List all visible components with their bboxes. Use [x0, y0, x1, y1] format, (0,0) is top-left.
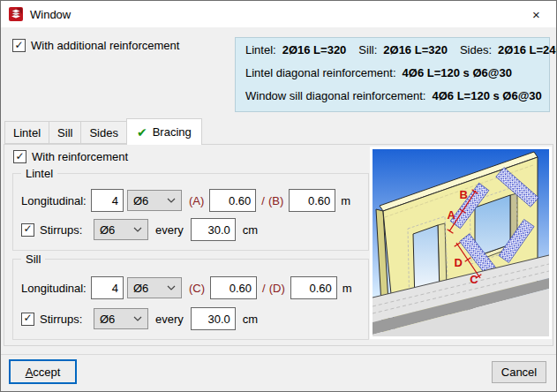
combobox-value: Ø6 [133, 194, 167, 207]
accept-rest: ccept [33, 366, 60, 379]
lintel-dim-a-input[interactable] [209, 189, 256, 212]
slash-separator: / [262, 282, 266, 295]
bracing-panel: ✓ With reinforcement Lintel Longitudinal… [4, 144, 553, 346]
illustration-label-d: D [455, 256, 463, 269]
summary-sides-label: Sides: [460, 43, 492, 57]
dim-c-label: (C) [189, 282, 205, 295]
checkbox-box[interactable]: ✓ [21, 313, 34, 326]
app-icon [9, 7, 23, 21]
titlebar: Window × [1, 1, 556, 27]
chevron-down-icon [133, 227, 142, 232]
stirrups-label: Stirrups: [40, 223, 82, 237]
lintel-diagonal-value: 4Ø6 L=120 s Ø6@30 [403, 66, 512, 79]
length-unit-label: m [341, 194, 350, 207]
lintel-stirrups-checkbox[interactable]: ✓ Stirrups: [21, 223, 94, 237]
checkmark-icon: ✓ [23, 313, 32, 323]
dim-a-label: (A) [189, 194, 204, 207]
checkbox-box[interactable]: ✓ [21, 223, 34, 237]
footer-bar: Accept Cancel [1, 354, 557, 392]
sill-bar-count-input[interactable] [91, 276, 124, 299]
checkmark-icon: ✓ [14, 40, 23, 50]
with-reinforcement-label: With reinforcement [32, 150, 128, 163]
accept-button[interactable]: Accept [9, 359, 77, 384]
lintel-diameter-combobox[interactable]: Ø6 [127, 190, 182, 211]
wall-illustration-svg: B A D C [373, 149, 549, 336]
chevron-down-icon [167, 198, 176, 203]
tab-sill[interactable]: Sill [49, 121, 81, 144]
reinforcement-summary-box: Lintel:2Ø16 L=320 Sill:2Ø16 L=320 Sides:… [235, 37, 550, 112]
lintel-group-title: Lintel [21, 167, 57, 180]
sill-longitudinal-row: Longitudinal: Ø6 (C) / (D) m [21, 276, 352, 299]
sill-diagonal-value: 4Ø6 L=120 s Ø6@30 [432, 89, 541, 102]
length-unit-label: m [342, 282, 352, 295]
spacing-unit-label: cm [243, 313, 258, 326]
close-button[interactable]: × [516, 1, 556, 27]
tab-bracing[interactable]: ✔ Bracing [126, 118, 202, 145]
tab-bracing-label: Bracing [153, 121, 192, 143]
summary-sill-value: 2Ø16 L=320 [383, 43, 448, 57]
illustration-label-b: B [460, 188, 468, 201]
checkmark-icon: ✓ [15, 151, 24, 162]
slash-separator: / [261, 194, 265, 207]
lintel-longitudinal-row: Longitudinal: Ø6 (A) / (B) m [21, 189, 350, 212]
every-label: every [155, 223, 184, 237]
sill-diameter-combobox[interactable]: Ø6 [127, 277, 182, 298]
tab-sides[interactable]: Sides [80, 121, 127, 144]
dim-d-label: (D) [269, 282, 285, 295]
sill-group: Sill Longitudinal: Ø6 (C) / (D) m ✓ Stir… [12, 259, 369, 340]
summary-sill-label: Sill: [358, 43, 377, 57]
sill-stirrups-row: ✓ Stirrups: Ø6 every cm [21, 307, 258, 330]
tab-lintel-label: Lintel [13, 126, 41, 139]
combobox-value: Ø6 [100, 313, 133, 326]
summary-lintel-label: Lintel: [245, 43, 276, 57]
lintel-diagonal-line: Lintel diagonal reinforcement: 4Ø6 L=120… [245, 66, 549, 89]
sill-dim-c-input[interactable] [210, 276, 257, 299]
lintel-diagonal-label: Lintel diagonal reinforcement: [245, 66, 396, 79]
combobox-value: Ø6 [100, 223, 133, 237]
with-reinforcement-checkbox[interactable]: ✓ With reinforcement [13, 150, 128, 163]
longitudinal-label: Longitudinal: [21, 194, 91, 207]
illustration-label-c: C [470, 273, 478, 286]
summary-line: Lintel:2Ø16 L=320 Sill:2Ø16 L=320 Sides:… [245, 43, 549, 66]
tab-sides-label: Sides [89, 126, 118, 139]
sill-dim-d-input[interactable] [290, 276, 337, 299]
green-check-icon: ✔ [137, 126, 147, 139]
stirrups-label: Stirrups: [40, 313, 82, 326]
tab-lintel[interactable]: Lintel [4, 121, 49, 144]
summary-lintel-value: 2Ø16 L=320 [282, 43, 347, 57]
lintel-bar-count-input[interactable] [91, 189, 124, 212]
sill-group-title: Sill [21, 253, 45, 266]
combobox-value: Ø6 [133, 282, 167, 295]
sill-stirrups-checkbox[interactable]: ✓ Stirrups: [21, 313, 94, 326]
checkbox-box[interactable]: ✓ [13, 150, 26, 163]
dim-b-label: (B) [268, 194, 283, 207]
cancel-button[interactable]: Cancel [492, 361, 546, 383]
sill-diagonal-line: Window sill diagonal reinforcement: 4Ø6 … [245, 89, 549, 112]
chevron-down-icon [167, 285, 176, 290]
accept-key: A [26, 366, 34, 379]
window-title: Window [30, 8, 71, 21]
lintel-dim-b-input[interactable] [289, 189, 335, 212]
additional-reinforcement-checkbox[interactable]: ✓ With additional reinforcement [12, 39, 179, 52]
sill-stirrup-diameter-combobox[interactable]: Ø6 [94, 308, 148, 329]
spacing-unit-label: cm [243, 223, 258, 237]
bracing-illustration: B A D C [370, 147, 552, 339]
summary-sides-value: 2Ø16 L=240 [498, 43, 557, 57]
lintel-stirrup-diameter-combobox[interactable]: Ø6 [94, 219, 148, 240]
sill-diagonal-label: Window sill diagonal reinforcement: [245, 89, 425, 102]
chevron-down-icon [133, 316, 142, 321]
tab-sill-label: Sill [57, 126, 72, 139]
sill-spacing-input[interactable] [191, 307, 236, 330]
tabstrip: Lintel Sill Sides ✔ Bracing [4, 118, 201, 144]
checkbox-box[interactable]: ✓ [12, 39, 26, 52]
lintel-spacing-input[interactable] [191, 218, 236, 241]
checkmark-icon: ✓ [23, 223, 32, 234]
close-icon: × [532, 7, 540, 22]
cancel-label: Cancel [501, 366, 537, 379]
every-label: every [155, 313, 184, 326]
lintel-group: Lintel Longitudinal: Ø6 (A) / (B) m ✓ St… [12, 173, 369, 251]
window-dialog: Window × ✓ With additional reinforcement… [0, 0, 557, 392]
longitudinal-label: Longitudinal: [21, 282, 91, 295]
lintel-stirrups-row: ✓ Stirrups: Ø6 every cm [21, 218, 258, 241]
illustration-label-a: A [448, 208, 456, 222]
